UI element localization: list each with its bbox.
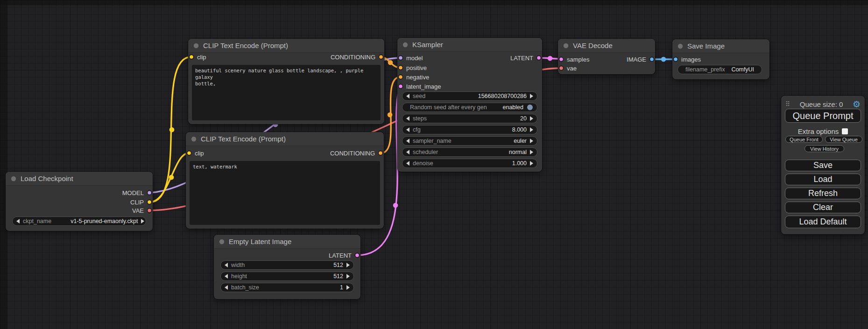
increment-arrow-icon[interactable] (530, 139, 533, 143)
increment-arrow-icon[interactable] (530, 161, 533, 166)
node-vae-decode[interactable]: VAE Decode samples vae IMAGE (558, 39, 655, 74)
images-input-dot[interactable] (673, 56, 678, 62)
increment-arrow-icon[interactable] (530, 116, 533, 121)
decrement-arrow-icon[interactable] (16, 219, 20, 224)
batch-size-widget[interactable]: batch_size 1 (220, 283, 354, 292)
collapse-dot-icon[interactable] (191, 136, 197, 142)
node-title-bar[interactable]: CLIP Text Encode (Prompt) (188, 39, 384, 53)
random-seed-toggle-widget[interactable]: Random seed after every gen enabled (402, 103, 537, 112)
queue-front-button[interactable]: Queue Front (785, 136, 823, 143)
widget-value: 1 (340, 284, 343, 291)
decrement-arrow-icon[interactable] (225, 285, 228, 290)
node-empty-latent-image[interactable]: Empty Latent Image LATENT width 512 heig… (214, 235, 360, 299)
increment-arrow-icon[interactable] (141, 219, 144, 224)
output-slot-clip: CLIP (130, 197, 152, 207)
vae-output-dot[interactable] (147, 208, 152, 213)
refresh-button[interactable]: Refresh (785, 188, 861, 199)
increment-arrow-icon[interactable] (530, 127, 533, 132)
node-title-bar[interactable]: KSampler (397, 38, 542, 52)
clip-input-dot[interactable] (186, 150, 192, 156)
link-dot-image (661, 57, 666, 62)
steps-widget[interactable]: steps 20 (402, 114, 537, 123)
node-title-bar[interactable]: Empty Latent Image (214, 235, 360, 249)
load-default-button[interactable]: Load Default (785, 216, 861, 228)
decrement-arrow-icon[interactable] (406, 161, 409, 166)
increment-arrow-icon[interactable] (530, 94, 533, 98)
decrement-arrow-icon[interactable] (406, 150, 409, 154)
widget-label: seed (413, 93, 425, 99)
positive-input-dot[interactable] (398, 65, 403, 70)
model-input-dot[interactable] (398, 55, 403, 61)
denoise-widget[interactable]: denoise 1.000 (402, 159, 537, 168)
load-button[interactable]: Load (785, 174, 861, 185)
collapse-dot-icon[interactable] (193, 43, 199, 49)
latent-output-dot[interactable] (354, 252, 360, 258)
node-clip-text-encode-positive[interactable]: CLIP Text Encode (Prompt) clip CONDITION… (188, 39, 384, 124)
node-save-image[interactable]: Save Image images filename_prefix ComfyU… (672, 39, 769, 79)
link-dot-cond-negative (388, 112, 393, 118)
collapse-dot-icon[interactable] (677, 43, 683, 49)
link-dot-cond-positive (388, 60, 393, 65)
node-clip-text-encode-negative[interactable]: CLIP Text Encode (Prompt) clip CONDITION… (186, 132, 384, 229)
node-title-bar[interactable]: Save Image (672, 39, 769, 53)
cfg-widget[interactable]: cfg 8.000 (402, 125, 537, 134)
widget-label: width (231, 262, 245, 268)
extra-options-checkbox[interactable] (842, 128, 848, 134)
negative-prompt-textarea[interactable]: text, watermark (190, 161, 380, 225)
negative-input-dot[interactable] (398, 74, 403, 80)
latent-output-dot[interactable] (536, 55, 542, 61)
decrement-arrow-icon[interactable] (406, 116, 409, 121)
collapse-dot-icon[interactable] (563, 43, 569, 49)
increment-arrow-icon[interactable] (530, 150, 533, 154)
increment-arrow-icon[interactable] (346, 263, 350, 267)
decrement-arrow-icon[interactable] (225, 274, 228, 279)
collapse-dot-icon[interactable] (219, 239, 225, 245)
clip-output-dot[interactable] (147, 199, 152, 205)
gear-icon[interactable]: ⚙ (853, 100, 861, 109)
clear-button[interactable]: Clear (785, 202, 861, 213)
view-history-button[interactable]: View History (804, 145, 844, 152)
node-title-bar[interactable]: Load Checkpoint (6, 172, 153, 186)
conditioning-output-dot[interactable] (378, 150, 383, 156)
collapse-dot-icon[interactable] (402, 42, 408, 48)
queue-panel[interactable]: ⠿ Queue size: 0 ⚙ Queue Prompt Extra opt… (781, 96, 865, 234)
model-output-dot[interactable] (147, 190, 152, 196)
image-output-dot[interactable] (649, 56, 655, 62)
node-load-checkpoint[interactable]: Load Checkpoint MODEL CLIP VAE ckpt_name… (6, 172, 153, 231)
slot-label: positive (406, 64, 427, 71)
increment-arrow-icon[interactable] (346, 274, 350, 279)
seed-widget[interactable]: seed 156680208700286 (402, 91, 537, 101)
button-label: View Queue (830, 137, 858, 142)
sampler-name-widget[interactable]: sampler_name euler (402, 136, 537, 146)
increment-arrow-icon[interactable] (346, 285, 350, 290)
decrement-arrow-icon[interactable] (406, 139, 409, 143)
output-slot-conditioning: CONDITIONING (330, 148, 383, 158)
node-ksampler[interactable]: KSampler model positive negative latent_… (397, 38, 542, 172)
height-widget[interactable]: height 512 (220, 272, 354, 281)
samples-input-dot[interactable] (558, 56, 564, 62)
widget-label: scheduler (413, 149, 438, 155)
positive-prompt-textarea[interactable]: beautiful scenery nature glass bottle la… (192, 65, 381, 120)
clip-input-dot[interactable] (189, 54, 194, 60)
conditioning-output-dot[interactable] (378, 54, 384, 60)
input-slot-clip: clip (189, 52, 206, 62)
ckpt-name-widget[interactable]: ckpt_name v1-5-pruned-emaonly.ckpt (12, 217, 146, 226)
latent-image-input-dot[interactable] (398, 84, 403, 89)
filename-prefix-widget[interactable]: filename_prefix ComfyUI (677, 65, 762, 74)
toggle-on-icon[interactable] (527, 104, 533, 111)
decrement-arrow-icon[interactable] (225, 263, 228, 267)
widget-label: cfg (413, 126, 421, 133)
width-widget[interactable]: width 512 (220, 260, 354, 270)
decrement-arrow-icon[interactable] (406, 127, 409, 132)
scheduler-widget[interactable]: scheduler normal (402, 147, 537, 157)
slot-label: samples (567, 56, 589, 63)
view-queue-button[interactable]: View Queue (825, 136, 862, 143)
decrement-arrow-icon[interactable] (406, 94, 409, 98)
vae-input-dot[interactable] (558, 65, 564, 71)
collapse-dot-icon[interactable] (11, 176, 16, 182)
save-button[interactable]: Save (785, 160, 861, 171)
node-title-bar[interactable]: CLIP Text Encode (Prompt) (186, 132, 384, 146)
queue-prompt-button[interactable]: Queue Prompt (785, 109, 861, 123)
node-title-bar[interactable]: VAE Decode (558, 39, 655, 53)
drag-handle-icon[interactable]: ⠿ (785, 101, 790, 107)
